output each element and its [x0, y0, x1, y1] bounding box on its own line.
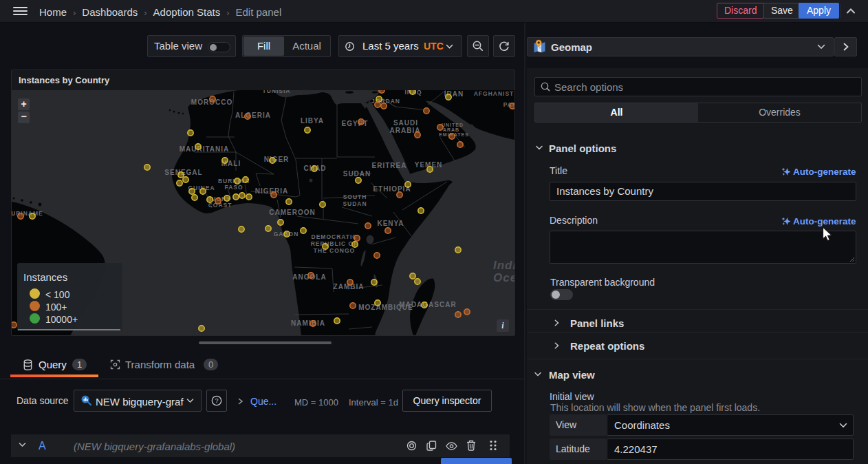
svg-text:SUDAN: SUDAN [343, 200, 367, 207]
svg-text:UNITED: UNITED [442, 123, 464, 127]
svg-text:REPUBLIC OF: REPUBLIC OF [311, 240, 358, 247]
svg-text:KENYA: KENYA [377, 220, 404, 227]
svg-text:TUNISIA: TUNISIA [263, 90, 291, 94]
svg-text:DEMOCRATIC: DEMOCRATIC [312, 233, 358, 240]
svg-text:SURINAME: SURINAME [12, 210, 43, 217]
svg-text:NIGER: NIGER [264, 156, 290, 163]
svg-text:FASO: FASO [224, 184, 243, 191]
svg-text:SOUTH: SOUTH [343, 193, 367, 200]
svg-text:SAUDI: SAUDI [393, 119, 418, 127]
svg-text:NAMIBIA: NAMIBIA [291, 319, 325, 327]
svg-text:LIBYA: LIBYA [301, 117, 324, 125]
svg-text:MAURITANIA: MAURITANIA [180, 145, 230, 153]
svg-text:?: ? [215, 397, 218, 404]
svg-text:THE CONGO: THE CONGO [314, 247, 355, 254]
svg-text:ARAB: ARAB [443, 127, 459, 132]
svg-text:AFGHANIST: AFGHANIST [474, 90, 514, 97]
svg-text:ALGERIA: ALGERIA [235, 112, 271, 119]
svg-text:Ocean: Ocean [493, 271, 514, 284]
svg-text:MADAGASCAR: MADAGASCAR [399, 301, 456, 308]
svg-text:CAMEROON: CAMEROON [269, 209, 315, 216]
svg-text:Indian: Indian [493, 259, 514, 272]
svg-text:SUDAN: SUDAN [343, 170, 371, 178]
svg-text:ERITREA: ERITREA [372, 162, 407, 169]
